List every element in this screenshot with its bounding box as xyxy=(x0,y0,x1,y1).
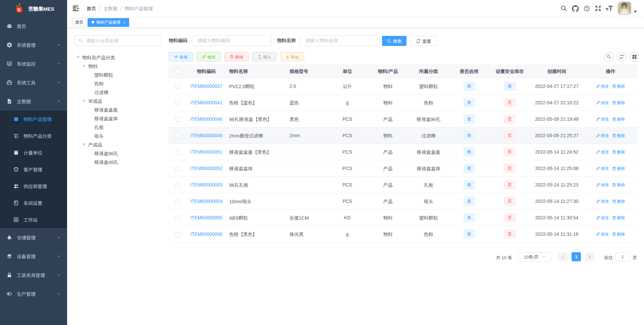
svg-text:K: K xyxy=(17,7,21,12)
